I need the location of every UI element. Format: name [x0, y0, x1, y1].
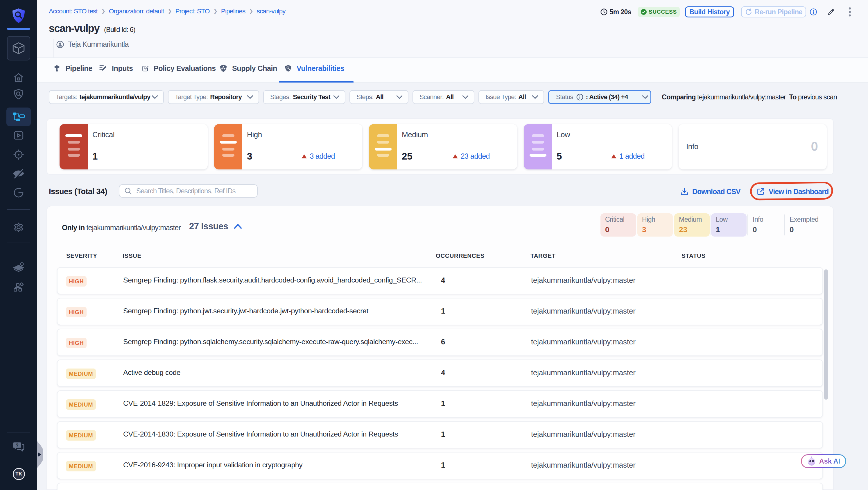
svg-text:?: ?: [16, 443, 19, 448]
